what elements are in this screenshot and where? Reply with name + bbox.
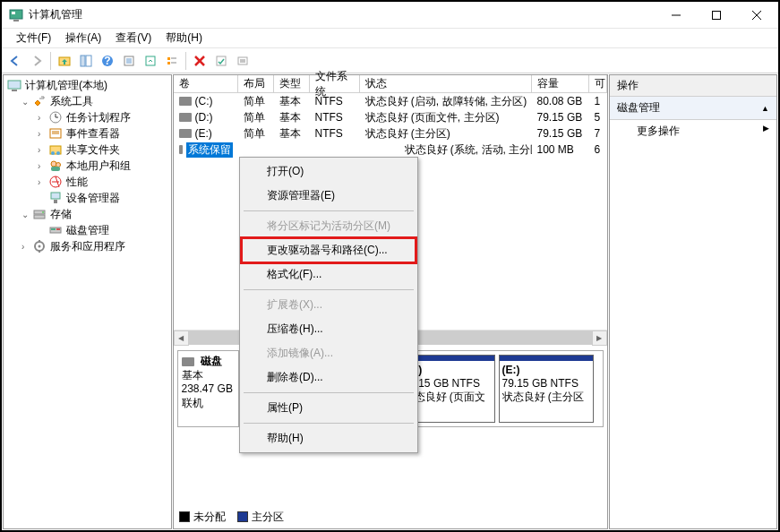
disk-label: 磁盘 [201, 355, 222, 369]
svg-point-37 [56, 151, 60, 155]
tree-label: 服务和应用程序 [50, 239, 125, 254]
tree-eventviewer[interactable]: › 事件查看器 [5, 125, 169, 142]
help-button[interactable]: ? [98, 51, 117, 71]
svg-rect-28 [12, 90, 17, 91]
extra-button[interactable] [233, 51, 253, 71]
up-button[interactable] [55, 51, 74, 71]
cell-cap: 79.15 GB [532, 127, 589, 140]
tree-devmgr[interactable]: 设备管理器 [5, 190, 169, 206]
computer-icon [7, 78, 21, 92]
folder-share-icon [48, 142, 63, 157]
svg-rect-40 [51, 167, 60, 171]
volume-name: (E:) [195, 127, 212, 140]
cell-fs: NTFS [310, 95, 360, 107]
scroll-right-button[interactable]: ▶ [592, 330, 607, 346]
expand-toggle[interactable]: › [38, 145, 48, 155]
tree-perf[interactable]: › 性能 [5, 174, 169, 190]
ctx-separator [244, 423, 414, 424]
action-more-label: 更多操作 [637, 124, 680, 137]
column-volume[interactable]: 卷 [174, 75, 238, 92]
tree-storage[interactable]: ⌄ 存储 [5, 206, 169, 222]
volume-row[interactable]: (C:) 简单 基本 NTFS 状态良好 (启动, 故障转储, 主分区) 80.… [174, 93, 607, 109]
toolbar: ? [2, 48, 778, 73]
expand-toggle[interactable]: › [38, 161, 48, 171]
column-layout[interactable]: 布局 [238, 75, 274, 92]
tree-users[interactable]: › 本地用户和组 [5, 158, 169, 174]
svg-rect-27 [8, 81, 21, 89]
tree-panel[interactable]: 计算机管理(本地) ⌄ 系统工具 › 任务计划程序 › 事件查看器 › 共享文件… [3, 74, 172, 529]
tree-label: 本地用户和组 [66, 159, 131, 174]
svg-rect-45 [54, 200, 57, 203]
cell-cap: 100 MB [532, 143, 589, 156]
ctx-open[interactable]: 打开(O) [242, 159, 416, 184]
menu-action[interactable]: 操作(A) [58, 28, 108, 48]
back-button[interactable] [5, 51, 25, 71]
svg-rect-50 [51, 228, 56, 230]
ctx-mark-active: 将分区标记为活动分区(M) [242, 214, 416, 238]
expand-toggle[interactable]: › [38, 113, 48, 123]
ctx-format[interactable]: 格式化(F)... [242, 262, 416, 287]
expand-toggle[interactable]: ⌄ [21, 210, 32, 219]
scroll-left-button[interactable]: ◀ [174, 330, 189, 346]
tree-systools[interactable]: ⌄ 系统工具 [5, 93, 169, 109]
refresh-button[interactable] [141, 51, 160, 71]
column-status[interactable]: 状态 [360, 75, 532, 92]
menu-file[interactable]: 文件(F) [9, 28, 58, 48]
action-section[interactable]: 磁盘管理 ▲ [610, 97, 776, 120]
minimize-button[interactable] [656, 3, 696, 28]
volume-name: (C:) [195, 95, 213, 107]
cell-type: 基本 [274, 126, 310, 142]
partition[interactable]: (E:) 79.15 GB NTFS 状态良好 (主分区 [499, 355, 594, 423]
show-hide-tree-button[interactable] [76, 51, 96, 71]
ctx-help[interactable]: 帮助(H) [242, 426, 416, 450]
tree-diskmgmt[interactable]: 磁盘管理 [5, 222, 169, 238]
settings-button[interactable] [211, 51, 231, 71]
expand-toggle[interactable]: › [38, 129, 48, 139]
view-list-button[interactable] [162, 51, 182, 71]
menu-help[interactable]: 帮助(H) [159, 28, 210, 48]
tools-icon [32, 94, 47, 108]
action-more[interactable]: 更多操作 ▶ [610, 120, 776, 142]
ctx-explorer[interactable]: 资源管理器(E) [242, 184, 416, 208]
svg-rect-55 [39, 250, 40, 253]
svg-point-36 [51, 151, 55, 155]
tree-services[interactable]: › 服务和应用程序 [5, 238, 169, 254]
menu-bar: 文件(F) 操作(A) 查看(V) 帮助(H) [2, 29, 778, 48]
volume-row-selected[interactable]: 系统保留 状态良好 (系统, 活动, 主分区) 100 MB 6 [174, 142, 607, 158]
volume-row[interactable]: (E:) 简单 基本 NTFS 状态良好 (主分区) 79.15 GB 7 [174, 125, 607, 142]
volume-row[interactable]: (D:) 简单 基本 NTFS 状态良好 (页面文件, 主分区) 79.15 G… [174, 109, 607, 125]
expand-toggle[interactable]: › [21, 242, 32, 252]
maximize-button[interactable] [696, 3, 736, 28]
delete-button[interactable] [190, 51, 210, 71]
column-capacity[interactable]: 容量 [532, 75, 589, 92]
menu-view[interactable]: 查看(V) [108, 28, 159, 48]
tree-label: 系统工具 [50, 94, 93, 109]
toolbar-separator [185, 52, 186, 70]
volume-icon [179, 145, 183, 154]
svg-rect-17 [167, 57, 170, 60]
ctx-shrink[interactable]: 压缩卷(H)... [242, 317, 416, 341]
users-icon [48, 159, 63, 173]
tree-label: 任务计划程序 [66, 110, 131, 125]
expand-toggle[interactable]: ⌄ [21, 97, 32, 107]
tree-scheduler[interactable]: › 任务计划程序 [5, 109, 169, 125]
column-type[interactable]: 类型 [274, 75, 310, 92]
column-free[interactable]: 可 [589, 75, 607, 92]
disk-type: 基本 [182, 369, 235, 383]
ctx-change-drive-letter[interactable]: 更改驱动器号和路径(C)... [242, 238, 416, 262]
close-button[interactable] [736, 3, 776, 28]
tree-label: 设备管理器 [66, 191, 120, 206]
ctx-delete[interactable]: 删除卷(D)... [242, 365, 416, 390]
collapse-icon: ▲ [761, 104, 769, 113]
disk-info[interactable]: 磁盘 基本 238.47 GB 联机 [178, 351, 239, 426]
column-fs[interactable]: 文件系统 [310, 75, 360, 92]
ctx-properties[interactable]: 属性(P) [242, 396, 416, 420]
cell-type: 基本 [274, 94, 310, 109]
svg-rect-4 [712, 11, 720, 19]
properties-button[interactable] [119, 51, 139, 71]
tree-shared[interactable]: › 共享文件夹 [5, 142, 169, 158]
svg-point-38 [51, 161, 56, 167]
forward-button[interactable] [27, 51, 47, 71]
tree-root[interactable]: 计算机管理(本地) [5, 77, 169, 93]
expand-toggle[interactable]: › [38, 177, 48, 187]
